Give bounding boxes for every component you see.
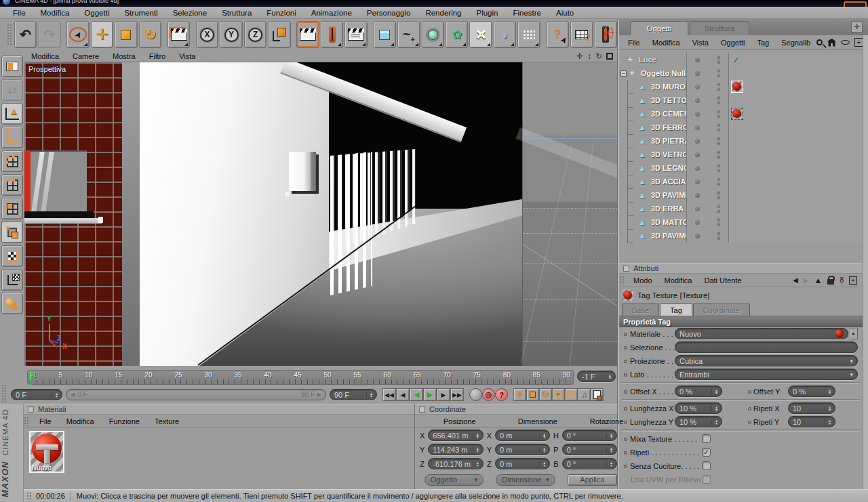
tag-cell[interactable] (728, 66, 863, 80)
menu-oggetti[interactable]: Oggetti (77, 9, 117, 17)
visibility-render-toggle[interactable] (708, 134, 728, 148)
visibility-render-toggle[interactable] (708, 161, 728, 175)
visibility-render-toggle[interactable] (708, 175, 728, 188)
convert-object-button[interactable]: ⇄ (1, 79, 23, 101)
last-tool-button[interactable] (167, 21, 190, 48)
ripeti-x-field[interactable]: 10 ▴▾ (788, 402, 835, 414)
texture-axis-mode-button[interactable] (1, 269, 23, 291)
transport-grip[interactable] (1, 384, 7, 406)
coordinate-system-button[interactable] (268, 21, 290, 48)
tree-row-3d-tetto[interactable]: ▲ 3D TETTO (619, 93, 863, 107)
panel-pin-checkbox[interactable] (419, 406, 425, 413)
selezione-field[interactable] (675, 341, 858, 353)
scale-tool-button[interactable] (115, 21, 137, 48)
vp-menu-camere[interactable]: Camere (66, 52, 106, 60)
panel-target-icon[interactable]: ✛ (851, 21, 863, 33)
tree-row-3d-cemento[interactable]: ▲ 3D CEMENTO (619, 107, 863, 121)
viewport-3d[interactable]: Y Z X Prospettiva (24, 62, 617, 366)
menu-selezione[interactable]: Selezione (165, 9, 215, 17)
visibility-editor-toggle[interactable] (686, 202, 708, 215)
tag-cell[interactable]: ✓ (728, 53, 863, 66)
am-grip[interactable] (619, 276, 625, 285)
visibility-editor-toggle[interactable] (686, 188, 708, 202)
history-back-icon[interactable]: ◀ (793, 276, 798, 284)
param-dot[interactable] (624, 373, 627, 377)
am-menu-modo[interactable]: Modo (627, 276, 658, 285)
lock-y-button[interactable]: Y (220, 21, 242, 48)
key-position-toggle[interactable]: ✛ (513, 388, 526, 401)
camera-pan-icon[interactable]: ✛ (576, 51, 583, 61)
mixa-texture-checkbox[interactable] (702, 434, 711, 443)
tree-row-3d-mattoni[interactable]: ▲ 3D MATTONI (619, 215, 863, 229)
dimension-z-field[interactable]: 0 m▴▾ (495, 458, 550, 469)
param-dot[interactable] (624, 421, 627, 424)
om-menu-tag[interactable]: Tag (751, 39, 775, 47)
slider-left-arrow-icon[interactable]: ◀ (71, 392, 75, 398)
usa-uvw-checkbox[interactable] (702, 475, 711, 484)
tree-row-3d-pietra[interactable]: ▲ 3D PIETRA (619, 134, 863, 148)
visibility-render-toggle[interactable] (708, 53, 728, 66)
position-z-field[interactable]: -610.176 m▴▾ (428, 458, 483, 469)
menu-strumenti[interactable]: Strumenti (117, 9, 165, 17)
oggetto-dropdown[interactable]: Oggetto▾ (425, 474, 484, 486)
sound-toggle[interactable]: ♫ (578, 388, 591, 401)
key-scale-toggle[interactable] (526, 388, 539, 401)
goto-end-button[interactable]: ▶▶ (450, 388, 464, 401)
key-rotation-toggle[interactable]: ↻ (539, 388, 552, 401)
array-modeling-button[interactable]: ✿ (446, 21, 468, 48)
tab-base[interactable]: Base (622, 304, 659, 316)
param-dot[interactable] (748, 390, 751, 394)
tag-cell[interactable] (728, 229, 863, 243)
spinner[interactable]: ▴▾ (606, 447, 612, 453)
window-controls-fragment[interactable] (844, 1, 867, 7)
tree-row-3d-legno[interactable]: ▲ 3D LEGNO (619, 161, 863, 175)
tag-cell[interactable] (728, 161, 863, 175)
spinner[interactable]: ▴▾ (606, 461, 612, 467)
om-menu-modifica[interactable]: Modifica (646, 39, 686, 47)
visibility-render-toggle[interactable] (708, 66, 728, 80)
am-menu-modifica[interactable]: Modifica (658, 276, 698, 285)
polygon-mode-button[interactable] (1, 198, 23, 219)
slider-right-arrow-icon[interactable]: ▶ (317, 392, 321, 398)
spinner[interactable]: ▴▾ (366, 392, 372, 398)
param-dot[interactable] (624, 438, 627, 441)
render-settings-button[interactable] (321, 21, 343, 48)
tag-cell[interactable] (728, 80, 863, 93)
visibility-render-toggle[interactable] (708, 148, 728, 161)
mat-menu-texture[interactable]: Texture (147, 417, 186, 425)
menu-plugin[interactable]: Plugin (469, 9, 506, 17)
environment-button[interactable]: ◗ (494, 21, 516, 48)
texture-mode-button[interactable] (1, 245, 23, 267)
current-frame-field[interactable]: -1 F ▴▾ (577, 371, 616, 382)
previous-key-button[interactable]: ◀ (396, 388, 410, 401)
section-proprieta-tag[interactable]: Proprietà Tag (619, 316, 863, 327)
tag-cell[interactable] (728, 148, 863, 161)
spinner[interactable]: ▴▾ (825, 406, 831, 411)
ripeti-y-field[interactable]: 10 ▴▾ (788, 416, 835, 427)
rotation-h-field[interactable]: 0 °▴▾ (562, 430, 617, 441)
tag-cell[interactable] (728, 188, 863, 202)
tab-struttura[interactable]: Struttura (690, 21, 749, 35)
live-selection-button[interactable]: ➤ (66, 21, 89, 48)
context-help-button[interactable]: ?➤ (547, 21, 569, 48)
offset-x-field[interactable]: 0 % ▴▾ (675, 385, 722, 397)
deformer-button[interactable]: ✛ (469, 21, 492, 48)
spinner[interactable]: ▴▾ (605, 374, 611, 379)
sound-record-button[interactable] (469, 388, 482, 401)
om-menu-vista[interactable]: Vista (686, 39, 715, 47)
tag-cell[interactable] (728, 134, 863, 148)
spinner[interactable]: ▴▾ (52, 392, 58, 398)
tag-cell[interactable] (728, 93, 863, 107)
tag-cell[interactable] (728, 202, 863, 215)
rotation-p-field[interactable]: 0 °▴▾ (562, 444, 617, 455)
menu-animazione[interactable]: Animazione (304, 9, 359, 17)
visibility-render-toggle[interactable] (708, 229, 728, 243)
menu-funzioni[interactable]: Funzioni (259, 9, 303, 17)
tree-row-oggetto-nullo[interactable]: − ⌖ Oggetto Nullo (619, 66, 863, 80)
visibility-render-toggle[interactable] (708, 215, 728, 229)
object-mode-button[interactable] (1, 293, 23, 314)
spinner[interactable]: ▴▾ (711, 389, 717, 394)
applica-button[interactable]: Applica (568, 474, 617, 486)
lock-z-button[interactable]: Z (244, 21, 267, 48)
panel-scrollbar[interactable] (863, 35, 868, 502)
